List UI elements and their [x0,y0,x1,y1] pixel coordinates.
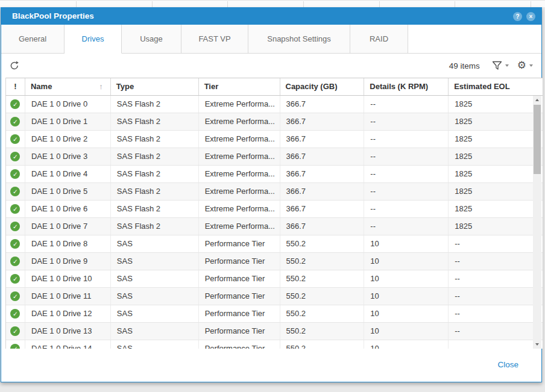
capacity-cell: 366.7 [280,131,365,148]
status-ok-icon: ✓ [10,187,20,196]
scroll-down-arrow-icon[interactable] [533,340,541,349]
status-cell: ✓ [6,201,25,217]
tier-cell: Extreme Performa... [199,183,280,200]
details-cell: -- [364,148,449,165]
table-row[interactable]: ✓DAE 1 0 Drive 7SAS Flash 2Extreme Perfo… [6,218,543,235]
type-cell: SAS Flash 2 [111,201,199,217]
tab-bar-filler [408,25,541,54]
status-cell: ✓ [6,270,25,287]
eol-cell: 1825 [449,183,543,200]
column-header-estimated-eol[interactable]: Estimated EOL [449,78,543,95]
eol-cell: 1825 [449,148,543,165]
tab-usage[interactable]: Usage [122,25,181,54]
table-row[interactable]: ✓DAE 1 0 Drive 5SAS Flash 2Extreme Perfo… [6,183,543,201]
capacity-cell: 550.2 [280,270,365,287]
eol-cell: -- [449,270,543,287]
table-row[interactable]: ✓DAE 1 0 Drive 2SAS Flash 2Extreme Perfo… [6,131,543,148]
type-cell: SAS Flash 2 [111,218,199,235]
name-cell: DAE 1 0 Drive 4 [25,166,111,182]
dialog-footer: Close [1,349,541,382]
table-row[interactable]: ✓DAE 1 0 Drive 14SASPerformance Tier550.… [6,340,543,349]
background-page [0,0,545,7]
details-cell: -- [364,96,449,113]
tab-bar: GeneralDrivesUsageFAST VPSnapshot Settin… [1,25,541,54]
eol-cell: -- [449,323,543,340]
filter-button[interactable] [492,61,509,70]
status-cell: ✓ [6,96,25,113]
column-header-capacity-gb[interactable]: Capacity (GB) [280,78,365,95]
table-row[interactable]: ✓DAE 1 0 Drive 10SASPerformance Tier550.… [6,270,543,288]
table-row[interactable]: ✓DAE 1 0 Drive 12SASPerformance Tier550.… [6,305,543,323]
status-cell: ✓ [6,305,25,322]
status-cell: ✓ [6,340,25,349]
table-row[interactable]: ✓DAE 1 0 Drive 0SAS Flash 2Extreme Perfo… [6,96,543,113]
table-row[interactable]: ✓DAE 1 0 Drive 4SAS Flash 2Extreme Perfo… [6,166,543,183]
status-ok-icon: ✓ [10,169,20,179]
details-cell: 10 [364,305,449,322]
details-cell: 10 [364,253,449,270]
capacity-cell: 366.7 [280,166,365,182]
dialog-titlebar: BlackPool Properties ? × [1,8,541,25]
table-row[interactable]: ✓DAE 1 0 Drive 11SASPerformance Tier550.… [6,288,543,305]
sort-ascending-icon: ↑ [99,78,103,95]
tab-fast-vp[interactable]: FAST VP [181,25,248,54]
name-cell: DAE 1 0 Drive 3 [25,148,111,165]
details-cell: -- [364,113,449,130]
scroll-up-arrow-icon[interactable] [533,96,541,104]
filter-icon [492,61,502,70]
tab-snapshot-settings[interactable]: Snapshot Settings [248,25,350,54]
tab-drives[interactable]: Drives [65,25,122,54]
status-ok-icon: ✓ [10,239,20,249]
column-header-type[interactable]: Type [111,78,199,95]
close-icon[interactable]: × [526,12,535,21]
status-ok-icon: ✓ [10,326,20,336]
tier-cell: Performance Tier [199,288,280,305]
name-cell: DAE 1 0 Drive 0 [25,96,111,113]
table-row[interactable]: ✓DAE 1 0 Drive 13SASPerformance Tier550.… [6,323,543,340]
eol-cell: 1825 [449,166,543,182]
settings-button[interactable]: ⚙ [517,60,533,71]
status-cell: ✓ [6,218,25,235]
status-cell: ✓ [6,183,25,200]
refresh-button[interactable] [9,60,20,71]
column-header-[interactable]: ! [6,78,25,95]
vertical-scrollbar[interactable] [533,96,541,349]
details-cell: -- [364,131,449,148]
column-header-name[interactable]: Name↑ [25,78,111,95]
capacity-cell: 550.2 [280,253,365,270]
tier-cell: Extreme Performa... [199,166,280,182]
name-cell: DAE 1 0 Drive 12 [25,305,111,322]
items-count: 49 items [449,61,480,70]
properties-dialog: BlackPool Properties ? × GeneralDrivesUs… [1,7,542,382]
details-cell: 10 [364,323,449,340]
capacity-cell: 366.7 [280,183,365,200]
column-header-tier[interactable]: Tier [199,78,280,95]
column-header-details-k-rpm[interactable]: Details (K RPM) [364,78,449,95]
help-icon[interactable]: ? [513,12,522,21]
status-cell: ✓ [6,131,25,148]
tab-raid[interactable]: RAID [350,25,408,54]
table-row[interactable]: ✓DAE 1 0 Drive 6SAS Flash 2Extreme Perfo… [6,201,543,218]
eol-cell: 1825 [449,201,543,217]
tier-cell: Performance Tier [199,340,280,349]
details-cell: -- [364,201,449,217]
close-button[interactable]: Close [497,360,518,369]
eol-cell: -- [449,305,543,322]
name-cell: DAE 1 0 Drive 10 [25,270,111,287]
status-cell: ✓ [6,288,25,305]
table-row[interactable]: ✓DAE 1 0 Drive 3SAS Flash 2Extreme Perfo… [6,148,543,166]
scrollbar-thumb[interactable] [534,105,541,174]
capacity-cell: 550.2 [280,305,365,322]
status-cell: ✓ [6,148,25,165]
tab-general[interactable]: General [1,25,65,54]
table-row[interactable]: ✓DAE 1 0 Drive 1SAS Flash 2Extreme Perfo… [6,113,543,131]
type-cell: SAS [111,323,199,340]
table-row[interactable]: ✓DAE 1 0 Drive 9SASPerformance Tier550.2… [6,253,543,270]
details-cell: -- [364,183,449,200]
eol-cell: 1825 [449,131,543,148]
table-row[interactable]: ✓DAE 1 0 Drive 8SASPerformance Tier550.2… [6,235,543,253]
tier-cell: Extreme Performa... [199,201,280,217]
capacity-cell: 366.7 [280,113,365,130]
capacity-cell: 366.7 [280,218,365,235]
type-cell: SAS Flash 2 [111,148,199,165]
